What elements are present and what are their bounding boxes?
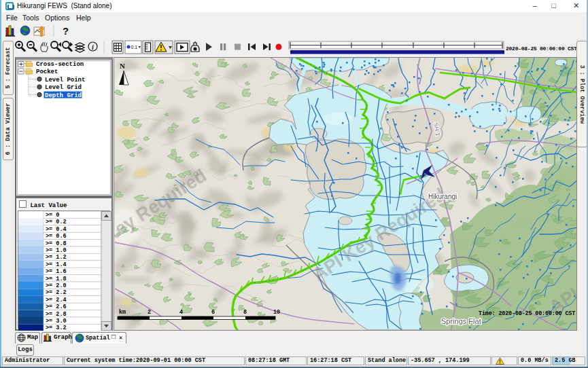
svg-text:>= 0.6: >= 0.6: [46, 233, 67, 240]
svg-text:>= 1.8: >= 1.8: [46, 276, 67, 282]
svg-text:8: 8: [243, 309, 247, 316]
svg-text:>= 1.2: >= 1.2: [46, 254, 67, 261]
svg-text:>= 1.0: >= 1.0: [46, 247, 67, 254]
svg-text:>= 3.0: >= 3.0: [46, 318, 67, 325]
svg-text:?: ?: [63, 25, 69, 37]
svg-text:>= 0.4: >= 0.4: [46, 226, 67, 233]
svg-text:>= 2.4: >= 2.4: [46, 297, 67, 303]
svg-text:Depth Grid: Depth Grid: [45, 92, 82, 99]
svg-text:i: i: [92, 43, 94, 51]
svg-text:Time: 2020-08-25 00:00:00 CST: Time: 2020-08-25 00:00:00 CST: [479, 310, 575, 317]
svg-text:>= 1.4: >= 1.4: [46, 261, 67, 268]
svg-text:4: 4: [179, 309, 183, 316]
svg-text:0.1: 0.1: [131, 45, 138, 50]
svg-text:Level Point: Level Point: [45, 77, 85, 84]
svg-text:Springs Flat: Springs Flat: [441, 317, 481, 325]
svg-text:Hikurangi: Hikurangi: [428, 193, 457, 200]
svg-text:>= 2.6: >= 2.6: [46, 303, 67, 310]
svg-text:>= 1.6: >= 1.6: [46, 268, 67, 275]
svg-text:10: 10: [273, 309, 280, 316]
svg-text:2: 2: [148, 309, 151, 316]
svg-text:>= 3.2: >= 3.2: [46, 325, 67, 331]
svg-text:Level Grid: Level Grid: [45, 84, 82, 91]
svg-text:Pocket: Pocket: [36, 69, 58, 75]
svg-text:Cross-section: Cross-section: [36, 61, 84, 68]
svg-text:2020-08-25 00:00:00 CST: 2020-08-25 00:00:00 CST: [506, 45, 576, 52]
svg-text:N: N: [120, 62, 125, 70]
svg-text:>= 2.0: >= 2.0: [46, 282, 67, 289]
svg-text:>= 2.2: >= 2.2: [46, 289, 67, 296]
svg-text:>= 0: >= 0: [46, 212, 59, 219]
svg-text:>= 0.8: >= 0.8: [46, 240, 67, 247]
svg-text:>= 0.2: >= 0.2: [46, 219, 67, 225]
svg-text:6: 6: [211, 309, 215, 316]
svg-text:>= 2.8: >= 2.8: [46, 311, 67, 318]
svg-text:km: km: [119, 309, 126, 316]
